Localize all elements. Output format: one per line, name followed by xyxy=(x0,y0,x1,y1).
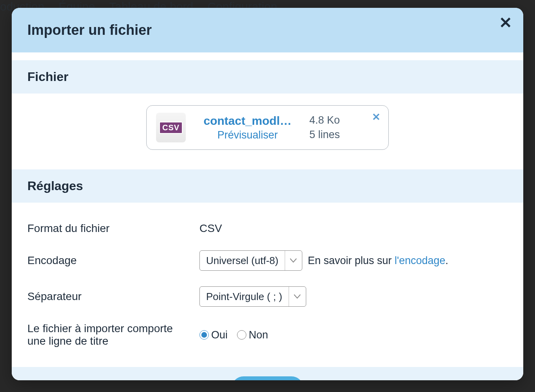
file-center: contact_modl… Prévisualiser xyxy=(193,114,302,141)
format-row: Format du fichier CSV xyxy=(27,214,508,243)
import-file-modal: Importer un fichier ✕ Fichier CSV contac… xyxy=(12,8,523,380)
separator-select[interactable]: Point-Virgule ( ; ) xyxy=(199,286,306,307)
header-line-row: Le fichier à importer comporte une ligne… xyxy=(27,315,508,355)
radio-no-label: Non xyxy=(249,329,268,341)
encoding-value: Universel (utf-8) En savoir plus sur l'e… xyxy=(199,250,448,271)
encoding-row: Encodage Universel (utf-8) En savoir plu… xyxy=(27,243,508,279)
file-type-badge: CSV xyxy=(159,122,183,134)
separator-label: Séparateur xyxy=(27,290,184,303)
modal-body: Fichier CSV contact_modl… Prévisualiser … xyxy=(12,52,523,380)
chevron-down-icon xyxy=(289,287,306,306)
separator-row: Séparateur Point-Virgule ( ; ) xyxy=(27,279,508,315)
file-section-title: Fichier xyxy=(27,70,508,84)
file-lines: 5 lines xyxy=(309,129,340,141)
encoding-help-link[interactable]: l'encodage xyxy=(395,255,445,266)
header-line-label: Le fichier à importer comporte une ligne… xyxy=(27,322,184,347)
separator-selected: Point-Virgule ( ; ) xyxy=(200,287,289,306)
file-meta: 4.8 Ko 5 lines xyxy=(309,114,340,141)
radio-yes-input[interactable] xyxy=(199,330,209,340)
preview-link[interactable]: Prévisualiser xyxy=(217,129,278,141)
modal-footer: Ajouter xyxy=(12,367,523,380)
encoding-label: Encodage xyxy=(27,254,184,267)
add-button[interactable]: Ajouter xyxy=(232,376,303,380)
close-icon[interactable]: ✕ xyxy=(499,15,512,31)
modal-title: Importer un fichier xyxy=(27,22,152,38)
radio-yes[interactable]: Oui xyxy=(199,329,228,341)
remove-file-icon[interactable]: ✕ xyxy=(372,112,381,122)
separator-value: Point-Virgule ( ; ) xyxy=(199,286,306,307)
radio-no[interactable]: Non xyxy=(237,329,268,341)
file-name[interactable]: contact_modl… xyxy=(193,114,302,128)
format-value: CSV xyxy=(199,222,222,235)
encoding-select[interactable]: Universel (utf-8) xyxy=(199,250,302,271)
file-section-header: Fichier xyxy=(12,60,523,94)
encoding-help: En savoir plus sur l'encodage. xyxy=(308,255,448,267)
radio-yes-label: Oui xyxy=(211,329,228,341)
chevron-down-icon xyxy=(285,251,302,270)
settings-section-content: Format du fichier CSV Encodage Universel… xyxy=(12,203,523,367)
format-label: Format du fichier xyxy=(27,222,184,235)
file-section-content: CSV contact_modl… Prévisualiser 4.8 Ko 5… xyxy=(12,94,523,162)
file-card: CSV contact_modl… Prévisualiser 4.8 Ko 5… xyxy=(146,105,389,150)
encoding-selected: Universel (utf-8) xyxy=(200,251,285,270)
settings-section-title: Réglages xyxy=(27,179,508,193)
file-size: 4.8 Ko xyxy=(309,114,340,126)
settings-section-header: Réglages xyxy=(12,169,523,203)
modal-header: Importer un fichier ✕ xyxy=(12,8,523,52)
radio-no-input[interactable] xyxy=(237,330,246,340)
header-line-radios: Oui Non xyxy=(199,329,268,341)
csv-file-icon: CSV xyxy=(156,113,186,142)
